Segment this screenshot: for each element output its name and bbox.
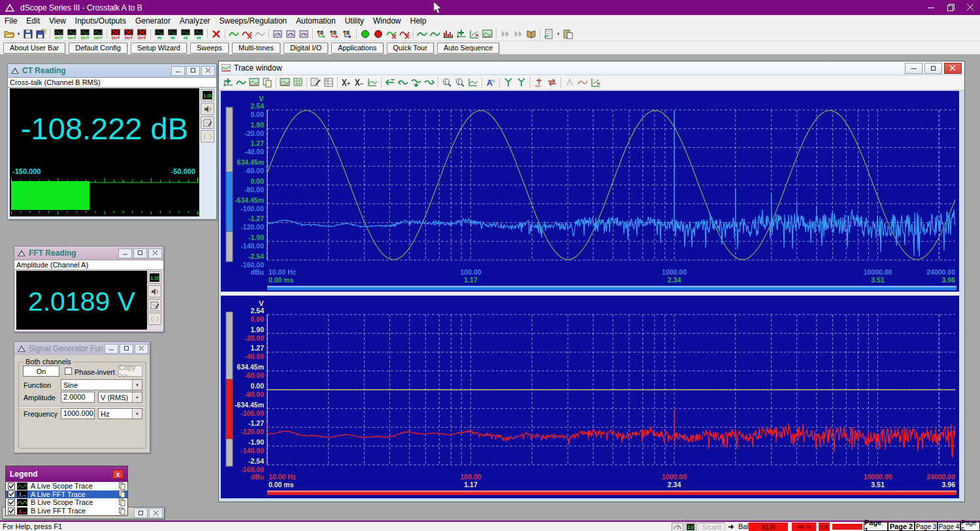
page-button-3[interactable]: Page 3 <box>915 522 938 531</box>
ct-arrows-button[interactable] <box>201 130 214 143</box>
legend-checkbox[interactable] <box>8 507 15 515</box>
trace-minimize-button[interactable] <box>905 63 923 74</box>
frequency-input[interactable]: 1000.000 <box>61 408 95 419</box>
legend-item-2[interactable]: A Live FFT Trace <box>6 490 127 499</box>
restore-button[interactable] <box>941 0 960 15</box>
ct-monitor-button[interactable] <box>201 103 214 115</box>
next-trace-icon[interactable] <box>410 76 423 89</box>
output-level-icon[interactable]: OUT <box>91 27 105 41</box>
prev-trace-icon[interactable] <box>397 76 410 89</box>
userbar-applications[interactable]: Applications <box>331 43 383 54</box>
userbar-digital-i-o[interactable]: Digital I/O <box>284 43 328 54</box>
dropdown-arrow[interactable]: ▼ <box>555 27 561 41</box>
legend-item-3[interactable]: B Live Scope Trace <box>6 498 127 507</box>
legend-checkbox[interactable] <box>8 483 15 490</box>
reference-icon[interactable]: ooo <box>532 76 546 89</box>
zoom-x-out-icon[interactable]: − <box>353 76 366 89</box>
fft-arrows-button[interactable] <box>148 313 161 325</box>
paste-icon[interactable] <box>561 27 574 41</box>
userbar-default-config[interactable]: Default Config <box>69 43 127 54</box>
ct-resolution-button[interactable]: 1.00 <box>201 89 214 101</box>
legend-copy-icon[interactable] <box>119 507 125 515</box>
fit-trace-icon[interactable] <box>466 76 480 89</box>
trace-display-icon[interactable] <box>481 27 494 41</box>
open-file-icon[interactable] <box>3 27 16 41</box>
cursor-icon[interactable] <box>515 76 528 89</box>
menu-file[interactable]: File <box>0 15 22 27</box>
menu-automation[interactable]: Automation <box>291 15 340 27</box>
last-trace-icon[interactable] <box>423 76 436 89</box>
page-button-2[interactable]: Page 2 <box>888 522 915 531</box>
save-as-icon[interactable] <box>35 27 48 41</box>
capture-icon[interactable] <box>248 76 261 89</box>
zoom-cursor-in-icon[interactable]: [ <box>440 76 453 89</box>
siggen-restore-button[interactable] <box>120 344 133 354</box>
table-icon[interactable]: 12 <box>322 76 335 89</box>
menu-inputs-outputs[interactable]: Inputs/Outputs <box>71 15 131 27</box>
save-icon[interactable] <box>22 27 35 41</box>
menu-help[interactable]: Help <box>406 15 431 27</box>
userbar-sweeps[interactable]: Sweeps <box>190 43 229 54</box>
background-restore-button[interactable] <box>134 508 148 518</box>
userbar-quick-tour[interactable]: Quick Tour <box>387 43 434 54</box>
channel-ab-icon[interactable]: ¶8 <box>341 27 354 41</box>
output-meter-icon[interactable]: OUT <box>78 27 91 41</box>
frequency-unit-select[interactable]: Hz▼ <box>98 408 142 419</box>
amplitude-input[interactable]: 2.0000 <box>61 392 95 403</box>
menu-view[interactable]: View <box>44 15 71 27</box>
fft-monitor-button[interactable] <box>148 285 161 298</box>
report-icon[interactable] <box>542 27 555 41</box>
meter-status-icon[interactable] <box>672 522 683 531</box>
continuous-icon[interactable] <box>498 27 512 41</box>
raise-icon[interactable] <box>563 76 576 89</box>
output-off-icon[interactable]: OUT <box>135 27 148 41</box>
annotate-icon[interactable] <box>309 76 322 89</box>
legend-copy-icon[interactable] <box>119 490 125 498</box>
input-b-icon[interactable]: IN <box>166 27 179 41</box>
output-off-a-icon[interactable]: OUT <box>109 27 122 41</box>
auto-label-icon[interactable]: A <box>484 76 497 89</box>
remove-trace-icon[interactable] <box>235 76 248 89</box>
analyzer-meter-icon[interactable] <box>271 27 284 41</box>
siggen-minimize-button[interactable] <box>105 344 118 354</box>
display-status-icon[interactable]: 1.0 <box>685 522 696 531</box>
userbar-multi-tones[interactable]: Multi-tones <box>232 43 280 54</box>
pan-left-icon[interactable] <box>384 76 397 89</box>
legend-close-button[interactable]: x <box>112 470 123 479</box>
sweep-abort-icon[interactable] <box>385 27 398 41</box>
ct-settings-button[interactable] <box>201 116 214 129</box>
axes-icon[interactable] <box>589 76 602 89</box>
amplitude-unit-select[interactable]: V (RMS)▼ <box>98 392 142 403</box>
menu-generator[interactable]: Generator <box>131 15 175 27</box>
channel-a-icon[interactable]: ¶8 <box>315 27 328 41</box>
output-b-icon[interactable]: OUT <box>65 27 78 41</box>
generator-stop-icon[interactable] <box>372 27 385 41</box>
menu-analyzer[interactable]: Analyzer <box>175 15 215 27</box>
trace-window-title-bar[interactable]: Trace window <box>219 61 964 75</box>
zoom-cursor-out-icon[interactable]: ] <box>453 76 466 89</box>
trace-restore-button[interactable] <box>924 63 942 74</box>
bitmap-icon[interactable] <box>278 76 291 89</box>
output-off-b-icon[interactable]: OUT <box>122 27 135 41</box>
legend-copy-icon[interactable] <box>119 483 125 490</box>
fft-title-bar[interactable]: FFT Reading <box>14 247 163 260</box>
output-a-icon[interactable]: OUT <box>52 27 65 41</box>
spectrum-icon[interactable] <box>442 27 455 41</box>
sweep-stop-icon[interactable] <box>398 27 411 41</box>
input-meter-icon[interactable]: IN <box>179 27 192 41</box>
swap-icon[interactable] <box>546 76 559 89</box>
add-trace-icon[interactable] <box>221 76 235 89</box>
trace-plots[interactable]: V2.540.001.90-20.001.27-40.00634.45m-60.… <box>221 91 959 498</box>
page-button-4[interactable]: Page 4 <box>938 522 960 531</box>
minimize-button[interactable] <box>921 0 941 15</box>
close-button[interactable] <box>960 0 980 15</box>
overlay-icon[interactable] <box>576 76 589 89</box>
phase-invert-checkbox[interactable] <box>65 368 72 375</box>
function-dropdown-icon[interactable]: ▼ <box>132 380 142 390</box>
menu-utility[interactable]: Utility <box>340 15 368 27</box>
fft-trace-icon[interactable] <box>429 27 442 41</box>
generator-on-button[interactable]: On <box>23 366 59 377</box>
fft-restore-button[interactable] <box>133 248 147 258</box>
channel-b-icon[interactable]: ¶8 <box>328 27 341 41</box>
trace-close-button[interactable] <box>944 63 962 74</box>
